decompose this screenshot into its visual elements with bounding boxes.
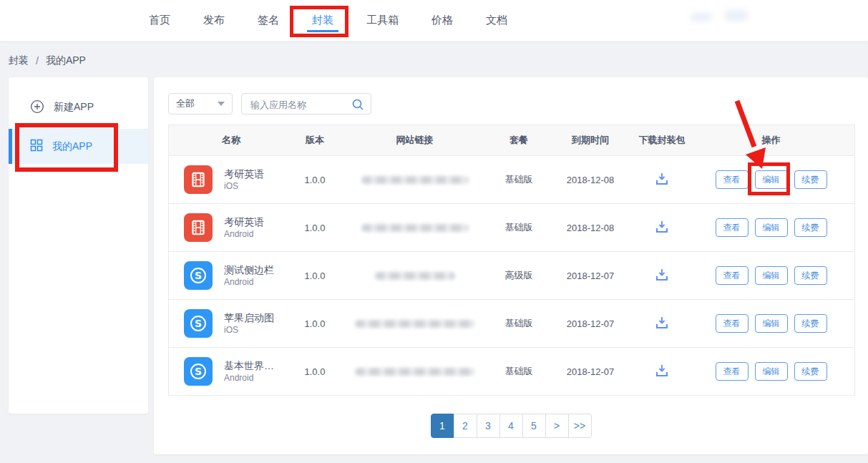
blurred-user-info bbox=[724, 10, 748, 21]
table-row: 考研英语 Android 1.0.0 基础版 2018-12-08 查看 编辑 … bbox=[169, 204, 854, 252]
column-header: 到期时间 bbox=[545, 134, 636, 147]
s-logo-icon: S bbox=[184, 309, 213, 338]
download-button[interactable] bbox=[653, 267, 670, 285]
app-plan: 高级版 bbox=[493, 269, 545, 282]
app-platform: iOS bbox=[224, 324, 274, 336]
app-platform: Android bbox=[224, 372, 274, 384]
app-plan: 基础版 bbox=[493, 173, 545, 186]
plus-circle-icon bbox=[30, 99, 44, 116]
breadcrumb: 封装 / 我的APP bbox=[9, 54, 86, 67]
s-logo-icon: S bbox=[184, 357, 213, 386]
sidebar-item-new-app[interactable]: 新建APP bbox=[9, 93, 148, 122]
table-row: S 测试侧边栏 Android 1.0.0 高级版 2018-12-07 查看 … bbox=[169, 252, 854, 300]
column-header: 网站链接 bbox=[336, 134, 493, 147]
nav-tab-sign[interactable]: 签名 bbox=[258, 0, 279, 41]
main-panel: 全部 名称 版本 网站链接 套餐 到期时间 下载封装包 操作 bbox=[154, 77, 868, 454]
last-page-button[interactable]: >> bbox=[568, 414, 592, 438]
next-page-button[interactable]: > bbox=[545, 414, 569, 438]
edit-button[interactable]: 编辑 bbox=[755, 218, 788, 237]
edit-button[interactable]: 编辑 bbox=[755, 266, 788, 285]
search-icon[interactable] bbox=[351, 97, 365, 114]
s-logo-icon: S bbox=[184, 261, 213, 290]
download-button[interactable] bbox=[653, 171, 670, 189]
sidebar: 新建APP 我的APP bbox=[9, 77, 148, 414]
app-plan: 基础版 bbox=[493, 365, 545, 378]
pagination: 1 2 3 4 5 > >> bbox=[154, 414, 868, 438]
renew-button[interactable]: 续费 bbox=[794, 170, 827, 189]
svg-text:S: S bbox=[195, 270, 202, 281]
column-header: 名称 bbox=[169, 134, 293, 147]
blurred-site-link bbox=[375, 272, 455, 280]
view-button[interactable]: 查看 bbox=[716, 362, 748, 381]
app-expiry: 2018-12-07 bbox=[545, 271, 636, 281]
filter-dropdown[interactable]: 全部 bbox=[168, 93, 233, 114]
download-button[interactable] bbox=[653, 363, 670, 381]
column-header: 下载封装包 bbox=[636, 134, 688, 147]
page-button-3[interactable]: 3 bbox=[477, 414, 500, 438]
blurred-site-link bbox=[355, 320, 475, 328]
breadcrumb-section[interactable]: 封装 bbox=[9, 54, 29, 67]
app-plan: 基础版 bbox=[493, 221, 545, 234]
app-version: 1.0.0 bbox=[293, 175, 336, 185]
grid-icon bbox=[30, 139, 43, 154]
search-box bbox=[241, 93, 371, 114]
filter-dropdown-value: 全部 bbox=[176, 97, 195, 110]
app-version: 1.0.0 bbox=[293, 223, 336, 233]
download-button[interactable] bbox=[653, 315, 670, 333]
edit-button[interactable]: 编辑 bbox=[755, 314, 788, 333]
search-input[interactable] bbox=[249, 94, 352, 115]
renew-button[interactable]: 续费 bbox=[794, 266, 827, 285]
nav-tab-package[interactable]: 封装 bbox=[312, 0, 333, 41]
app-name: 基本世界… bbox=[224, 359, 274, 372]
app-expiry: 2018-12-07 bbox=[545, 366, 636, 377]
column-header: 版本 bbox=[293, 134, 336, 147]
page-button-4[interactable]: 4 bbox=[499, 414, 523, 438]
svg-text:S: S bbox=[195, 318, 202, 329]
blurred-site-link bbox=[361, 224, 469, 232]
app-platform: Android bbox=[224, 276, 274, 288]
nav-tab-price[interactable]: 价格 bbox=[431, 0, 453, 41]
apps-table: 名称 版本 网站链接 套餐 到期时间 下载封装包 操作 bbox=[168, 125, 855, 396]
film-icon bbox=[184, 213, 213, 242]
sidebar-item-label: 我的APP bbox=[52, 140, 92, 153]
nav-tab-publish[interactable]: 发布 bbox=[203, 0, 225, 41]
column-header: 套餐 bbox=[493, 134, 545, 147]
column-header: 操作 bbox=[688, 134, 854, 147]
app-expiry: 2018-12-08 bbox=[545, 175, 636, 185]
renew-button[interactable]: 续费 bbox=[794, 314, 827, 333]
edit-button[interactable]: 编辑 bbox=[755, 170, 788, 189]
nav-tabs: 首页 发布 签名 封装 工具箱 价格 文档 bbox=[149, 0, 507, 41]
page-button-1[interactable]: 1 bbox=[431, 414, 454, 438]
nav-tab-home[interactable]: 首页 bbox=[149, 0, 170, 41]
sidebar-item-my-app[interactable]: 我的APP bbox=[9, 129, 148, 164]
breadcrumb-separator: / bbox=[36, 55, 39, 67]
download-button[interactable] bbox=[653, 219, 670, 237]
table-row: S 基本世界… Android 1.0.0 基础版 2018-12-07 查看 … bbox=[169, 348, 854, 395]
app-platform: iOS bbox=[224, 180, 264, 192]
page-button-2[interactable]: 2 bbox=[454, 414, 477, 438]
nav-tab-toolbox[interactable]: 工具箱 bbox=[366, 0, 399, 41]
app-packaging-page: 首页 发布 签名 封装 工具箱 价格 文档 封装 / 我的APP 新建APP bbox=[0, 0, 868, 463]
edit-button[interactable]: 编辑 bbox=[755, 362, 788, 381]
renew-button[interactable]: 续费 bbox=[794, 362, 827, 381]
view-button[interactable]: 查看 bbox=[716, 170, 748, 189]
breadcrumb-current: 我的APP bbox=[46, 54, 86, 67]
nav-tab-docs[interactable]: 文档 bbox=[486, 0, 507, 41]
table-header: 名称 版本 网站链接 套餐 到期时间 下载封装包 操作 bbox=[169, 125, 854, 156]
view-button[interactable]: 查看 bbox=[716, 218, 748, 237]
film-icon bbox=[184, 165, 213, 194]
app-name: 考研英语 bbox=[224, 215, 264, 228]
view-button[interactable]: 查看 bbox=[716, 314, 748, 333]
view-button[interactable]: 查看 bbox=[716, 266, 748, 285]
app-expiry: 2018-12-07 bbox=[545, 318, 636, 329]
blurred-site-link bbox=[355, 368, 475, 376]
sidebar-item-label: 新建APP bbox=[54, 101, 94, 114]
page-button-5[interactable]: 5 bbox=[522, 414, 546, 438]
table-row: S 苹果启动图 iOS 1.0.0 基础版 2018-12-07 查看 编辑 续… bbox=[169, 300, 854, 348]
app-name: 苹果启动图 bbox=[224, 311, 274, 324]
app-name: 考研英语 bbox=[224, 167, 264, 180]
app-platform: Android bbox=[224, 228, 264, 240]
blurred-user-info bbox=[691, 13, 712, 21]
renew-button[interactable]: 续费 bbox=[794, 218, 827, 237]
top-navbar: 首页 发布 签名 封装 工具箱 价格 文档 bbox=[0, 0, 868, 42]
